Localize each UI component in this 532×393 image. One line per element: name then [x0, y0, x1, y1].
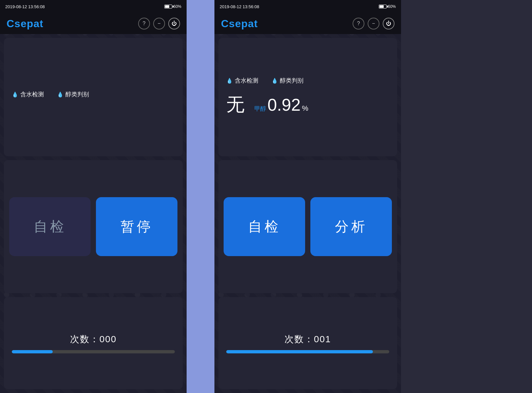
left-water-label-text: 含水检测: [20, 90, 44, 98]
left-app-header: Csepat ? − ⏻: [0, 13, 187, 34]
right-power-button[interactable]: ⏻: [383, 18, 394, 29]
left-power-button[interactable]: ⏻: [168, 18, 180, 29]
left-pause-button[interactable]: 暂停: [96, 197, 177, 256]
right-alcohol-label: 💧 醇类判别: [271, 77, 303, 84]
right-alcohol-value: 甲醇 0.92 %: [254, 95, 308, 115]
right-zijiyan-button[interactable]: 自检: [224, 197, 305, 256]
right-counter-text: 次数：001: [226, 333, 389, 346]
right-water-drop-icon: 💧: [226, 78, 233, 84]
left-alcohol-drop-icon: 💧: [57, 91, 64, 98]
right-app-header: Csepat ? − ⏻: [214, 13, 401, 34]
left-logo: Csepat: [7, 18, 44, 30]
left-phone-panel: 2019-08-12 13:56:08 60% Csepat ? − ⏻ 💧 含…: [0, 0, 187, 393]
left-header-buttons: ? − ⏻: [138, 18, 180, 29]
right-status-time: 2019-08-12 13:56:08: [220, 4, 259, 9]
right-water-label: 💧 含水检测: [226, 77, 258, 84]
left-water-drop-icon: 💧: [12, 91, 18, 98]
right-analyze-button[interactable]: 分析: [310, 197, 392, 256]
right-alcohol-drop-icon: 💧: [271, 78, 278, 84]
left-main-content: 💧 含水检测 💧 醇类判别 自检 暂停 次数：000: [0, 34, 187, 393]
right-status-bar: 2019-08-12 13:56:08 60%: [214, 0, 401, 13]
right-water-label-text: 含水检测: [235, 77, 258, 84]
left-battery-indicator: 60%: [164, 4, 181, 9]
right-battery-icon: [379, 5, 387, 9]
left-battery-pct: 60%: [174, 4, 181, 9]
left-status-time: 2019-08-12 13:56:08: [5, 4, 45, 9]
right-main-content: 💧 含水检测 💧 醇类判别 无 甲醇 0.92 % 自检 分析: [214, 34, 401, 393]
left-status-bar: 2019-08-12 13:56:08 60%: [0, 0, 187, 13]
right-progress-bar: [226, 350, 389, 353]
center-divider: [187, 0, 214, 393]
left-alcohol-label-text: 醇类判别: [65, 90, 89, 98]
right-detection-card: 💧 含水检测 💧 醇类判别 无 甲醇 0.92 %: [218, 38, 397, 156]
left-progress-fill: [12, 350, 53, 353]
left-battery-icon: [164, 5, 172, 9]
right-buttons-card: 自检 分析: [218, 160, 397, 293]
left-water-label: 💧 含水检测: [12, 90, 44, 98]
left-detection-card: 💧 含水检测 💧 醇类判别: [4, 38, 183, 156]
right-battery-pct: 60%: [388, 4, 396, 9]
right-detection-labels: 💧 含水检测 💧 醇类判别: [226, 77, 389, 84]
right-water-value: 无: [226, 92, 245, 117]
left-detection-labels: 💧 含水检测 💧 醇类判别: [12, 90, 175, 98]
left-counter-card: 次数：000: [4, 297, 183, 389]
right-header-buttons: ? − ⏻: [353, 18, 394, 29]
left-help-button[interactable]: ?: [138, 18, 150, 29]
right-battery-indicator: 60%: [379, 4, 396, 9]
left-buttons-card: 自检 暂停: [4, 160, 183, 293]
right-minimize-button[interactable]: −: [368, 18, 379, 29]
right-progress-fill: [226, 350, 373, 353]
left-minimize-button[interactable]: −: [153, 18, 165, 29]
left-counter-text: 次数：000: [12, 333, 175, 346]
left-zijiyan-button[interactable]: 自检: [9, 197, 91, 256]
right-alcohol-type: 甲醇: [254, 105, 266, 113]
right-alcohol-unit: %: [302, 104, 308, 113]
left-alcohol-label: 💧 醇类判别: [57, 90, 89, 98]
right-counter-card: 次数：001: [218, 297, 397, 389]
right-logo: Csepat: [221, 18, 258, 30]
right-detection-values: 无 甲醇 0.92 %: [226, 92, 389, 117]
right-phone-panel: 2019-08-12 13:56:08 60% Csepat ? − ⏻ 💧 含…: [214, 0, 401, 393]
right-alcohol-label-text: 醇类判别: [280, 77, 303, 84]
right-help-button[interactable]: ?: [353, 18, 364, 29]
right-alcohol-number: 0.92: [267, 95, 301, 115]
left-progress-bar: [12, 350, 175, 353]
